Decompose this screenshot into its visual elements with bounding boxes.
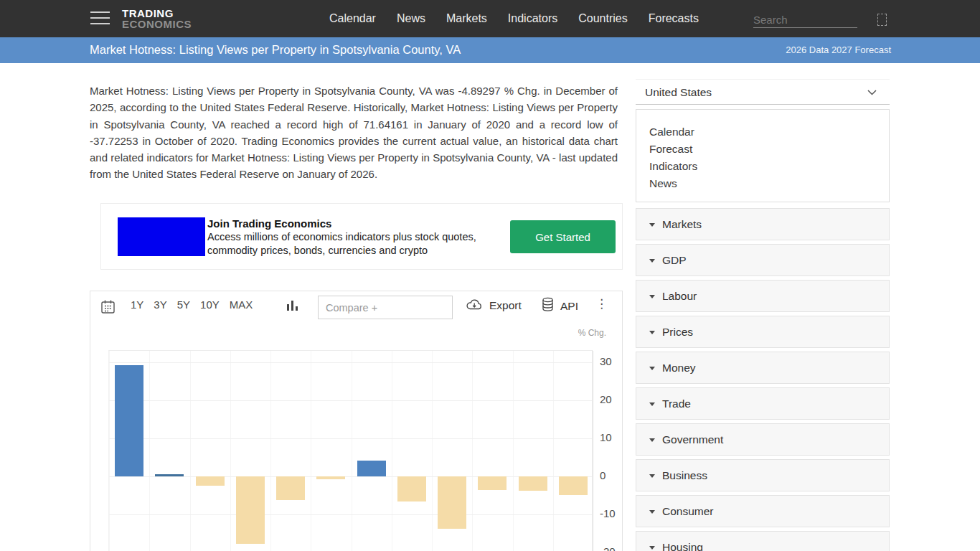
broken-image-placeholder-icon[interactable] [877, 14, 887, 26]
chart-options-kebab-icon[interactable]: ⋮ [595, 296, 607, 311]
y-axis-tick-label: 10 [600, 431, 612, 443]
nav-item-indicators[interactable]: Indicators [508, 12, 557, 25]
compare-input[interactable] [318, 296, 453, 319]
sidebar-section-label: Government [662, 433, 723, 446]
search-input[interactable] [753, 12, 857, 28]
sidebar-link-news[interactable]: News [649, 175, 889, 192]
chart-bar[interactable] [316, 476, 345, 479]
logo-line1: TRADING [122, 8, 192, 19]
sidebar-section-housing[interactable]: Housing [636, 531, 890, 551]
vertical-gridline [513, 351, 514, 551]
chart-bar[interactable] [236, 476, 265, 544]
chart-plot[interactable] [108, 350, 593, 551]
chart-bar[interactable] [276, 476, 305, 500]
get-started-button[interactable]: Get Started [510, 220, 616, 253]
sidebar-link-calendar[interactable]: Calendar [649, 123, 889, 141]
horizontal-gridline [109, 400, 592, 401]
trading-economics-logo[interactable]: TRADING ECONOMICS [122, 8, 192, 29]
y-axis-tick-label: 30 [600, 355, 612, 367]
main-nav: Calendar News Markets Indicators Countri… [329, 0, 699, 37]
caret-down-icon [649, 474, 655, 478]
y-axis-tick-label: -20 [600, 545, 616, 551]
promo-banner-image [118, 217, 205, 256]
chart-bar[interactable] [196, 476, 225, 486]
sidebar-section-business[interactable]: Business [636, 459, 890, 491]
chart-bar[interactable] [559, 476, 588, 495]
data-forecast-years-label: 2026 Data 2027 Forecast [786, 44, 891, 55]
sidebar-section-label: GDP [662, 254, 687, 267]
chart-y-axis-labels: 3020100-10-20 [596, 350, 623, 551]
logo-line2: ECONOMICS [122, 19, 192, 29]
range-3y-button[interactable]: 3Y [154, 298, 166, 311]
chart-bar[interactable] [478, 476, 507, 490]
caret-down-icon [649, 295, 655, 298]
sidebar-section-label: Trade [662, 397, 691, 410]
nav-item-markets[interactable]: Markets [446, 12, 487, 25]
caret-down-icon [649, 510, 655, 514]
chart-bar[interactable] [397, 476, 426, 501]
sidebar-section-labour[interactable]: Labour [636, 280, 890, 312]
caret-down-icon [649, 331, 655, 334]
sidebar-section-prices[interactable]: Prices [636, 316, 890, 348]
nav-item-forecasts[interactable]: Forecasts [649, 12, 699, 25]
caret-down-icon [649, 546, 655, 550]
vertical-gridline [109, 351, 110, 551]
range-10y-button[interactable]: 10Y [200, 298, 220, 311]
sidebar-section-gdp[interactable]: GDP [636, 244, 890, 276]
y-axis-tick-label: 0 [600, 469, 606, 481]
chart-bar[interactable] [519, 476, 547, 491]
chart-unit-label: % Chg. [578, 328, 606, 338]
promo-line1: Access millions of economics indicators … [207, 230, 476, 244]
nav-item-countries[interactable]: Countries [578, 12, 627, 25]
chart-bar[interactable] [438, 476, 466, 529]
vertical-gridline [593, 351, 594, 551]
chart-type-icon[interactable] [287, 299, 298, 315]
export-button[interactable]: Export [466, 297, 522, 314]
page-title: Market Hotness: Listing Views per Proper… [90, 43, 461, 57]
vertical-gridline [553, 351, 554, 551]
country-select-value: United States [645, 86, 712, 99]
vertical-gridline [432, 351, 433, 551]
sidebar-section-consumer[interactable]: Consumer [636, 495, 890, 527]
sidebar-section-trade[interactable]: Trade [636, 387, 890, 420]
top-navbar: TRADING ECONOMICS Calendar News Markets … [0, 0, 980, 37]
sidebar-links-card: Calendar Forecast Indicators News [636, 109, 890, 202]
calendar-date-range-icon[interactable] [100, 299, 116, 317]
range-buttons: 1Y 3Y 5Y 10Y MAX [131, 298, 253, 311]
chart-bar[interactable] [357, 461, 386, 476]
vertical-gridline [190, 351, 191, 551]
promo-card: Join Trading Economics Access millions o… [100, 203, 623, 270]
sidebar-section-label: Labour [662, 290, 697, 303]
chart-bar[interactable] [115, 365, 143, 476]
country-select[interactable]: United States [636, 79, 890, 105]
sidebar-section-money[interactable]: Money [636, 352, 890, 384]
export-label: Export [489, 299, 522, 312]
sidebar-section-government[interactable]: Government [636, 423, 890, 456]
promo-line2: commodity prices, bonds, currencies and … [207, 244, 476, 258]
database-icon [541, 297, 555, 315]
range-1y-button[interactable]: 1Y [131, 298, 143, 311]
api-button[interactable]: API [541, 297, 578, 315]
chevron-down-icon [867, 90, 877, 95]
sidebar-section-markets[interactable]: Markets [636, 208, 890, 240]
chart-bar[interactable] [155, 474, 184, 476]
page: TRADING ECONOMICS Calendar News Markets … [0, 0, 980, 551]
horizontal-gridline [109, 514, 592, 515]
nav-item-calendar[interactable]: Calendar [329, 12, 376, 25]
sidebar-link-forecast[interactable]: Forecast [649, 141, 889, 158]
nav-item-news[interactable]: News [397, 12, 425, 25]
range-5y-button[interactable]: 5Y [177, 298, 190, 311]
vertical-gridline [230, 351, 231, 551]
promo-text: Join Trading Economics Access millions o… [207, 217, 476, 257]
sidebar-section-label: Business [662, 469, 707, 482]
api-label: API [560, 300, 578, 313]
sidebar-section-label: Prices [662, 326, 693, 339]
caret-down-icon [649, 367, 655, 370]
caret-down-icon [649, 402, 655, 406]
hamburger-menu-icon[interactable] [90, 11, 110, 26]
sidebar-section-label: Money [662, 362, 696, 375]
sidebar-section-label: Markets [662, 218, 702, 231]
vertical-gridline [149, 351, 150, 551]
range-max-button[interactable]: MAX [230, 298, 253, 311]
sidebar-link-indicators[interactable]: Indicators [649, 158, 889, 175]
